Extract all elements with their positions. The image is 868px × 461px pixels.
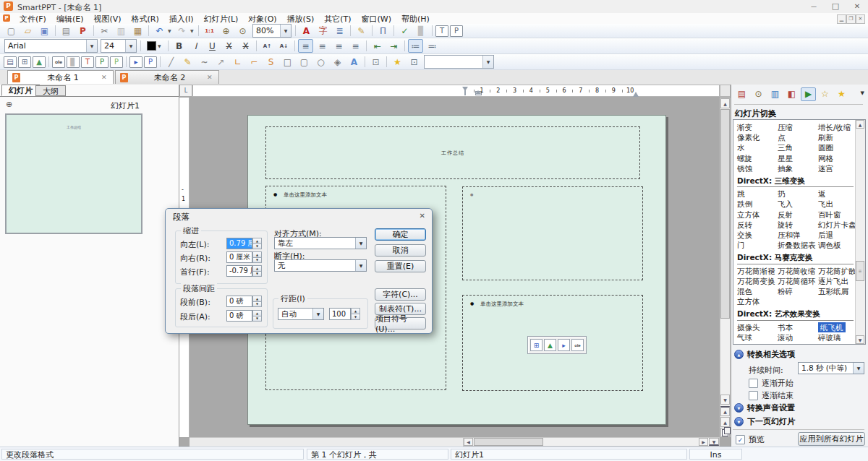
layout-icon[interactable]: ◧: [784, 87, 799, 101]
transition-item[interactable]: 压和弹: [778, 230, 818, 240]
collapse-icon[interactable]: [734, 350, 744, 359]
space-after-stepper[interactable]: [252, 310, 262, 322]
apply-all-button[interactable]: 应用到所有幻灯片: [798, 432, 865, 446]
bullet-list-icon[interactable]: ≔: [408, 39, 423, 53]
transition-item[interactable]: 百叶窗: [818, 210, 859, 220]
image-frame-icon[interactable]: ▲: [33, 56, 46, 68]
transition-item[interactable]: 飞入: [778, 199, 818, 209]
scroll-up-icon[interactable]: [856, 120, 864, 129]
transition-item[interactable]: 星星: [778, 153, 818, 163]
space-before-stepper[interactable]: [252, 296, 262, 307]
strikethrough-icon[interactable]: X: [221, 39, 237, 53]
browse-effects-icon[interactable]: ⊙: [751, 87, 766, 101]
previous-slide-icon[interactable]: [720, 417, 730, 427]
gradual-end-option[interactable]: 逐渐结束: [749, 390, 793, 401]
scroll-left-icon[interactable]: [464, 438, 473, 446]
title-frame-icon[interactable]: T: [81, 56, 94, 68]
transition-item[interactable]: 万花筒变换: [737, 276, 778, 286]
section-transition-sound[interactable]: 转换声音设置: [734, 402, 795, 413]
indent-right-stepper[interactable]: [252, 251, 262, 263]
transition-item[interactable]: 后退: [818, 230, 859, 240]
body-placeholder-top-right[interactable]: ●: [462, 186, 643, 280]
title-placeholder[interactable]: 工作总结: [265, 126, 640, 179]
insert-ole-icon[interactable]: ole: [571, 339, 584, 351]
indent-left-stepper[interactable]: [252, 238, 262, 249]
transition-item[interactable]: 迷宫: [818, 163, 859, 173]
copy-icon[interactable]: ▥: [114, 24, 129, 38]
maximize-icon[interactable]: [826, 0, 845, 12]
undo-icon[interactable]: ↶: [152, 24, 167, 38]
table-frame-icon[interactable]: ⊞: [18, 56, 31, 68]
font-color-icon[interactable]: A: [299, 24, 314, 38]
notes-frame-icon[interactable]: P: [110, 56, 123, 68]
transition-item[interactable]: 扔: [778, 189, 818, 199]
transition-item[interactable]: 五彩纸屑: [818, 286, 859, 296]
chevron-down-icon[interactable]: [168, 28, 174, 33]
chevron-down-icon[interactable]: [482, 56, 493, 68]
tab-outline[interactable]: 大纲: [35, 85, 66, 96]
transition-item[interactable]: 碎玻璃: [818, 332, 859, 342]
decrease-font-icon[interactable]: A↓: [276, 39, 292, 53]
wordart-tool-icon[interactable]: A: [346, 55, 362, 69]
chevron-down-icon[interactable]: [853, 363, 864, 374]
align-right-icon[interactable]: ≡: [331, 39, 346, 53]
chevron-down-icon[interactable]: [190, 28, 196, 33]
text-frame-icon[interactable]: ▤: [4, 56, 17, 68]
spell-check-icon[interactable]: ✓: [397, 24, 412, 38]
transition-item[interactable]: 锈蚀: [737, 163, 778, 173]
alignment-combo[interactable]: 靠左: [274, 237, 367, 249]
next-slide-icon[interactable]: [720, 428, 730, 437]
preview-option[interactable]: 预览: [736, 434, 765, 445]
cancel-button[interactable]: 取消: [375, 244, 426, 257]
first-line-field[interactable]: -0.79 厘米: [226, 265, 252, 277]
close-icon[interactable]: [848, 0, 867, 12]
tab-slides[interactable]: 幻灯片: [1, 85, 40, 96]
transition-item[interactable]: 螺旋: [737, 153, 778, 163]
reset-button[interactable]: 重置(E): [375, 260, 426, 272]
gradual-start-option[interactable]: 逐渐开始: [749, 378, 793, 389]
transition-item[interactable]: 门: [737, 240, 778, 250]
connector-elbow-icon[interactable]: ⌐: [247, 55, 262, 69]
line-tool-icon[interactable]: ╱: [163, 55, 179, 69]
transition-item[interactable]: 压缩: [778, 122, 818, 132]
new-file-icon[interactable]: ▢: [4, 24, 19, 38]
transition-item[interactable]: 万花筒收缩: [778, 266, 818, 276]
chevron-down-icon[interactable]: [280, 25, 291, 37]
space-after-field[interactable]: 0 磅: [226, 310, 252, 322]
body-placeholder-bottom-right[interactable]: ● 单击这里添加文本 ⊞▲▸ole: [462, 295, 643, 391]
transition-item[interactable]: 调色板: [818, 240, 859, 250]
indent-left-field[interactable]: 0.79 厘米: [226, 238, 252, 249]
horizontal-ruler[interactable]: 12345678910: [192, 85, 720, 97]
chevron-down-icon[interactable]: [312, 309, 323, 319]
text-box-icon[interactable]: T: [435, 25, 448, 37]
hyphenation-combo[interactable]: 无: [274, 259, 367, 272]
section-next-slide[interactable]: 下一页幻灯片: [734, 416, 795, 427]
transition-item[interactable]: 渐变: [737, 122, 778, 132]
arrow-tool-icon[interactable]: ↗: [213, 55, 229, 69]
transition-item[interactable]: 像素化: [737, 132, 778, 142]
char-format-icon[interactable]: 字: [315, 24, 331, 38]
mdi-restore-icon[interactable]: ❐: [846, 14, 856, 24]
transition-item[interactable]: 反射: [778, 210, 818, 220]
shapes-tool-icon[interactable]: ◈: [330, 55, 345, 69]
chevron-down-icon[interactable]: [355, 238, 366, 249]
first-slide-icon[interactable]: [720, 406, 730, 416]
movie-frame-icon[interactable]: ▸: [129, 56, 142, 68]
horizontal-scroll-thumb[interactable]: [474, 438, 543, 446]
transition-item[interactable]: 滚动: [778, 332, 818, 342]
open-folder-icon[interactable]: ▱: [20, 24, 35, 38]
align-center-icon[interactable]: ≡: [315, 39, 330, 53]
horizontal-scrollbar[interactable]: [463, 437, 720, 447]
transition-item[interactable]: 书本: [778, 322, 818, 332]
character-button[interactable]: 字符(C)...: [375, 288, 426, 301]
insert-table-icon[interactable]: ⊞: [530, 339, 542, 351]
insert-image-icon[interactable]: ▲: [544, 339, 556, 351]
zoom-icon[interactable]: ⊙: [235, 24, 250, 38]
indent-right-field[interactable]: 0 厘米: [226, 251, 252, 263]
ok-button[interactable]: 确定: [375, 228, 426, 241]
transition-item[interactable]: 万花筒渐褪: [737, 266, 778, 276]
list-scroll-thumb[interactable]: ≡: [856, 261, 864, 281]
duration-combo[interactable]: 1.8 秒 (中等): [798, 362, 864, 374]
bold-icon[interactable]: B: [171, 39, 187, 53]
zoom-combo[interactable]: 80%: [252, 24, 292, 38]
